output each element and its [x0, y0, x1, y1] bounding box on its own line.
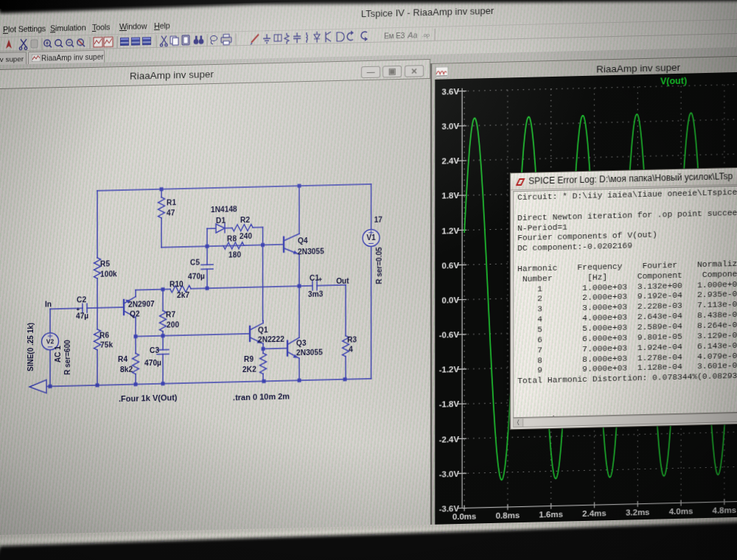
svg-text:3.6V: 3.6V	[441, 87, 459, 97]
svg-text:Q1: Q1	[258, 326, 268, 334]
svg-text:-2.4V: -2.4V	[439, 435, 460, 444]
svg-text:V(out): V(out)	[660, 76, 687, 87]
svg-text:1.8V: 1.8V	[441, 192, 459, 201]
svg-text:4.8ms: 4.8ms	[712, 505, 736, 515]
svg-text:C3: C3	[150, 346, 159, 354]
svg-text:200: 200	[167, 321, 179, 329]
svg-text:In: In	[45, 300, 52, 308]
svg-text:R7: R7	[166, 310, 175, 318]
svg-text:17: 17	[374, 216, 383, 224]
svg-text:R6: R6	[99, 331, 109, 339]
svg-text:3m3: 3m3	[308, 290, 324, 298]
svg-text:Out: Out	[336, 277, 349, 285]
svg-text:75k: 75k	[100, 340, 113, 349]
svg-text:R4: R4	[118, 355, 128, 363]
svg-text:470µ: 470µ	[144, 359, 161, 368]
svg-text:8k2: 8k2	[120, 365, 133, 374]
svg-text:0.0ms: 0.0ms	[453, 511, 477, 521]
svg-text:1N4148: 1N4148	[211, 205, 237, 214]
svg-text:3.0V: 3.0V	[441, 122, 459, 131]
svg-text:0.6V: 0.6V	[441, 261, 459, 270]
svg-text:2.4V: 2.4V	[441, 156, 459, 166]
svg-text:-1.2V: -1.2V	[439, 365, 460, 374]
svg-text:.tran 0 10m 2m: .tran 0 10m 2m	[233, 392, 290, 402]
svg-text:-0.6V: -0.6V	[439, 330, 460, 340]
svg-text:C5: C5	[190, 258, 200, 266]
svg-text:Q3: Q3	[296, 339, 307, 347]
svg-text:R ser=600: R ser=600	[63, 340, 71, 375]
svg-text:V1: V1	[366, 234, 376, 242]
svg-text:SINE(0 .25 1k): SINE(0 .25 1k)	[27, 323, 35, 371]
svg-text:2N2907: 2N2907	[128, 300, 155, 309]
svg-text:R9: R9	[244, 355, 254, 363]
svg-text:-1.8V: -1.8V	[439, 400, 460, 410]
svg-text:R3: R3	[347, 335, 357, 343]
svg-text:R ser=0.05: R ser=0.05	[375, 247, 383, 284]
svg-text:0.8ms: 0.8ms	[495, 511, 520, 520]
svg-text:240: 240	[240, 232, 252, 240]
svg-text:AC 1: AC 1	[54, 346, 62, 363]
svg-text:0.0V: 0.0V	[441, 295, 459, 305]
svg-text:-3.0V: -3.0V	[439, 469, 460, 479]
svg-text:47: 47	[167, 209, 175, 217]
svg-text:2k7: 2k7	[177, 291, 189, 299]
svg-text:Q4: Q4	[298, 237, 308, 245]
svg-text:.Four 1k V(Out): .Four 1k V(Out)	[119, 393, 178, 403]
svg-text:470µ: 470µ	[188, 272, 205, 281]
svg-text:D1: D1	[216, 217, 226, 225]
svg-text:3.2ms: 3.2ms	[626, 508, 650, 517]
svg-text:2K2: 2K2	[242, 365, 256, 374]
svg-text:R2: R2	[240, 216, 250, 224]
svg-text:4.0ms: 4.0ms	[669, 506, 694, 516]
svg-text:R8: R8	[227, 234, 237, 242]
svg-text:1.6ms: 1.6ms	[539, 510, 563, 519]
svg-text:2N2222: 2N2222	[258, 335, 284, 344]
svg-text:4: 4	[349, 345, 353, 353]
svg-text:+: +	[77, 307, 80, 313]
svg-text:R10: R10	[170, 280, 184, 288]
svg-text:2N3055: 2N3055	[296, 348, 323, 357]
svg-text:100k: 100k	[100, 270, 117, 279]
svg-text:R1: R1	[167, 198, 176, 206]
svg-text:180: 180	[228, 251, 241, 259]
svg-text:+: +	[318, 276, 322, 283]
svg-text:Q2: Q2	[130, 309, 140, 318]
svg-text:V2: V2	[46, 338, 55, 346]
svg-text:C2: C2	[77, 295, 86, 304]
svg-text:2.4ms: 2.4ms	[582, 508, 607, 518]
svg-text:2N3055: 2N3055	[298, 247, 324, 256]
svg-text:R5: R5	[100, 259, 110, 267]
svg-text:1.2V: 1.2V	[441, 226, 459, 236]
